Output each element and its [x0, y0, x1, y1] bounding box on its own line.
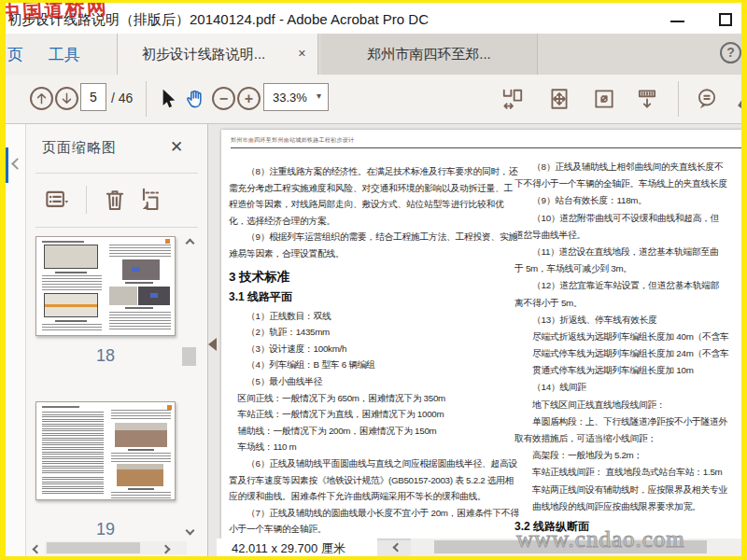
- panel-vertical-scrollbar-thumb[interactable]: [182, 347, 196, 366]
- panel-collapse-handle[interactable]: [208, 338, 217, 351]
- thumb-annotation-mark: [165, 239, 170, 244]
- page-number-input[interactable]: [80, 83, 106, 111]
- running-header: 郑州市南四环至郑州南站城郊铁路工程初步设计: [231, 136, 354, 144]
- text-line: （2）轨距：1435mm: [229, 324, 509, 341]
- tab-bar: 页 工具 初步设计线路说明... ✕ 郑州市南四环至郑... ?: [6, 34, 741, 75]
- scroll-left-icon[interactable]: [33, 545, 42, 554]
- menu-home[interactable]: 页: [7, 44, 23, 65]
- panel-close-icon[interactable]: ✕: [170, 137, 183, 157]
- page-thumbnail-19[interactable]: [35, 401, 176, 500]
- zoom-in-button[interactable]: +: [237, 87, 261, 110]
- next-page-button[interactable]: [55, 87, 78, 110]
- comment-icon[interactable]: [695, 87, 719, 111]
- page-size-box: 42.011 x 29.700 厘米: [217, 539, 377, 557]
- text-line: （8）正线及辅助线上相邻曲线间的夹直线长度不: [514, 159, 747, 175]
- text-line: （10）道岔附带曲线可不设缓和曲线和超高，但: [514, 210, 747, 227]
- fit-page-icon[interactable]: [547, 87, 571, 111]
- thumb-caption: [125, 307, 153, 309]
- paragraph-block: （1）正线数目：双线 （2）轨距：1435mm （3）设计速度：100km/h …: [229, 308, 509, 538]
- header-rule: [231, 147, 747, 148]
- text-line: 车站两正线间设有辅助线时，应按限界及相关专业: [514, 482, 747, 498]
- delete-pages-icon[interactable]: [101, 186, 129, 214]
- text-line: 于 5m，车场线可减少到 3m。: [514, 260, 747, 277]
- text-line: （7）正线及辅助线的圆曲线最小长度不宜小于 20m，困难条件下不得: [229, 505, 509, 522]
- text-line: （9）站台有效长度：118m。: [514, 192, 747, 209]
- hand-tool-icon[interactable]: [183, 87, 207, 111]
- thumb-text-block: [111, 453, 171, 462]
- thumb-caption: [128, 488, 154, 490]
- left-column: （8）注重线路方案的经济性。在满足技术标准及行车要求的同时，还需充分考虑工程实施…: [229, 163, 509, 538]
- thumb-photo: [117, 464, 163, 486]
- tab-close-icon[interactable]: ✕: [298, 48, 306, 60]
- thumb-caption: [125, 282, 153, 284]
- crop-pages-icon[interactable]: [134, 186, 162, 214]
- thumb-map-image: [138, 287, 170, 305]
- thumb-text-block: [42, 412, 104, 494]
- maximize-button[interactable]: [719, 13, 732, 26]
- thumb-text-block: [42, 324, 102, 331]
- toolbar-separator: [678, 81, 679, 117]
- thumb-map-image: [44, 293, 98, 317]
- minimize-button[interactable]: [670, 21, 684, 22]
- capture-border: [0, 0, 747, 3]
- text-line: （12）道岔宜靠近车站设置，但道岔基本轨端部: [514, 277, 747, 294]
- thumbnail-options-icon[interactable]: [43, 186, 71, 214]
- text-line: 离不得小于 5m。: [514, 295, 747, 312]
- zoom-level-value: 33.3%: [273, 91, 307, 105]
- thumb-header-line: [42, 406, 79, 408]
- text-line: 取有效措施后，可适当缩小线间距；: [514, 430, 747, 447]
- text-line: 尽端式停车线为远期列车编组长度加 24m（不含车: [514, 345, 747, 362]
- thumb-text-block: [109, 312, 171, 331]
- page-thumbnail-18[interactable]: [35, 236, 176, 336]
- text-line: 小于一个车辆的全轴距。: [229, 521, 509, 538]
- text-line: 辅助线：一般情况下为 200m，困难情况下为 150m: [229, 423, 509, 440]
- divider: [35, 173, 198, 174]
- thumbnail-page-number[interactable]: 18: [35, 346, 176, 366]
- divider: [35, 227, 198, 228]
- text-line: 需充分考虑工程实施难度和风险、对交通和环境的影响以及动拆迁量、工: [229, 180, 509, 197]
- document-tab-active[interactable]: 初步设计线路说明... ✕: [117, 34, 318, 75]
- subsection-heading: 3.1 线路平面: [229, 289, 509, 305]
- active-panel-indicator: [6, 147, 8, 183]
- document-viewport[interactable]: 郑州市南四环至郑州南站城郊铁路工程初步设计 （8）注重线路方案的经济性。在满足技…: [217, 124, 747, 560]
- text-line: （11）道岔设在直线地段，道岔基本轨端部至曲: [514, 244, 747, 260]
- thumb-text-block: [109, 245, 171, 258]
- zoom-out-button[interactable]: −: [212, 87, 235, 110]
- pdf-page: 郑州市南四环至郑州南站城郊铁路工程初步设计 （8）注重线路方案的经济性。在满足技…: [221, 130, 747, 539]
- panel-collapse-chevron-icon[interactable]: [11, 158, 23, 170]
- text-line: 尽端式折返线为远期列车编组长度加 40m（不含车: [514, 329, 747, 345]
- text-line: （4）列车编组：B 型车 6 辆编组: [229, 357, 509, 373]
- scroll-down-icon[interactable]: [186, 526, 195, 536]
- text-line: （14）线间距: [514, 379, 747, 396]
- capture-border: [0, 0, 6, 560]
- text-line: 难易等因素，合理设置配线。: [229, 245, 509, 262]
- text-line: 单圆盾构段：上、下行线隧道净距按不小于隧道外: [514, 413, 747, 430]
- thumbnail-page-number[interactable]: 19: [35, 520, 176, 539]
- document-tab-inactive[interactable]: 郑州市南四环至郑...: [321, 34, 538, 75]
- zoom-level-dropdown[interactable]: 33.3% ▾: [263, 83, 329, 111]
- text-line: 程造价等因素，对线路局部走向、敷设方式、站位站型等进行比较和优: [229, 196, 509, 213]
- menu-tools[interactable]: 工具: [49, 44, 80, 65]
- tab-label: 初步设计线路说明...: [118, 46, 289, 63]
- page-scrolling-icon[interactable]: [635, 87, 659, 111]
- toolbar-separator: [146, 81, 147, 117]
- chevron-down-icon: ▾: [317, 91, 321, 101]
- text-line: 地下线区间正线直线地段线间距：: [514, 397, 747, 413]
- select-tool-icon[interactable]: [155, 87, 179, 111]
- text-line: 置及行车速度等因素按《地铁设计规范》(GB50157-2003) 表 5.2.2…: [229, 472, 509, 489]
- text-line: （5）最小曲线半径: [229, 373, 509, 390]
- panel-horizontal-scrollbar-thumb[interactable]: [47, 542, 140, 553]
- paragraph-block: （8）注重线路方案的经济性。在满足技术标准及行车要求的同时，还需充分考虑工程实施…: [229, 163, 509, 262]
- fullscreen-icon[interactable]: [592, 87, 616, 111]
- panel-title: 页面缩略图: [42, 139, 117, 157]
- text-line: （1）正线数目：双线: [229, 308, 509, 325]
- previous-page-button[interactable]: [30, 87, 53, 110]
- scroll-up-icon[interactable]: [186, 239, 195, 248]
- thumb-map-image: [122, 259, 160, 280]
- page-thumbnails-panel: 页面缩略图 ✕: [26, 124, 207, 560]
- thumb-map-image: [109, 287, 137, 305]
- help-icon[interactable]: ?: [720, 42, 741, 63]
- fit-width-icon[interactable]: [500, 87, 525, 111]
- site-watermark-gray: www.cndao.com: [516, 526, 685, 553]
- app-window: 初步设计线路说明（排版后）20140124.pdf - Adobe Acroba…: [0, 0, 747, 560]
